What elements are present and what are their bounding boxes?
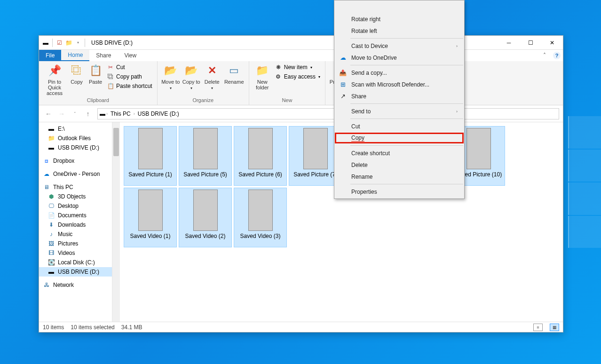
new-folder-button[interactable]: 📁New folder (252, 62, 273, 91)
minimize-button[interactable]: ─ (498, 36, 520, 50)
nav-item-onedrive[interactable]: ☁OneDrive - Person (39, 169, 112, 179)
context-properties[interactable]: Properties (334, 186, 464, 198)
nav-item-3dobjects[interactable]: ⬢3D Objects (39, 192, 112, 201)
context-share[interactable]: ↗Share (334, 90, 464, 102)
icons-view-button[interactable]: ▦ (550, 324, 559, 331)
tab-share[interactable]: Share (89, 50, 118, 61)
breadcrumb-segment[interactable]: This PC (109, 111, 133, 117)
up-button[interactable]: ↑ (82, 108, 94, 119)
file-item[interactable]: Saved Picture (5) (179, 126, 232, 186)
nav-item-pictures[interactable]: 🖼Pictures (39, 239, 112, 248)
rename-button[interactable]: ▭Rename (222, 62, 246, 86)
move-icon: 📂 (163, 63, 178, 78)
file-name: Saved Picture (7) (293, 171, 337, 178)
group-label: Clipboard (42, 97, 154, 104)
collapse-ribbon-button[interactable]: ˄ (538, 50, 551, 61)
new-item-button[interactable]: ❋New item ▾ (273, 63, 322, 71)
nav-item-outlook[interactable]: 📁Outlook Files (39, 134, 112, 143)
videos-icon: 🎞 (47, 250, 55, 256)
thumbnail (138, 128, 163, 169)
file-item[interactable]: Saved Picture (1) (124, 126, 177, 186)
context-delete[interactable]: Delete (334, 159, 464, 171)
navigation-pane[interactable]: ▬E:\ 📁Outlook Files ▬USB DRIVE (D:) ⧈Dro… (39, 122, 112, 322)
3d-icon: ⬢ (47, 193, 55, 200)
check-icon[interactable]: ☑ (55, 39, 63, 47)
drive-icon: ▬ (47, 144, 55, 151)
folder-icon: 📁 (47, 135, 55, 142)
copy-path-icon: ⿻ (107, 73, 114, 80)
context-rename[interactable]: Rename (334, 171, 464, 182)
nav-item-dropbox[interactable]: ⧈Dropbox (39, 156, 112, 166)
breadcrumb-segment[interactable]: USB DRIVE (D:) (136, 111, 181, 117)
nav-scrollbar[interactable] (112, 122, 120, 322)
context-print[interactable]: Print (334, 1, 464, 13)
thumbnail (303, 128, 328, 169)
nav-item-network[interactable]: 🖧Network (39, 280, 112, 290)
window-controls: ─ ☐ ✕ (498, 36, 563, 50)
easy-access-icon: ⚙ (275, 73, 282, 80)
folder-icon[interactable]: 📁 (65, 39, 72, 47)
explorer-window: ▬ ☑ 📁 ▾ USB DRIVE (D:) ─ ☐ ✕ File Home S… (39, 35, 563, 332)
context-create-shortcut[interactable]: Create shortcut (334, 147, 464, 159)
send-icon: 📤 (339, 69, 347, 77)
paste-shortcut-button[interactable]: 📋Paste shortcut (105, 82, 154, 90)
nav-item-thispc[interactable]: 🖥This PC (39, 182, 112, 192)
context-send-copy[interactable]: 📤Send a copy... (334, 67, 464, 79)
file-item[interactable]: Saved Video (1) (124, 188, 177, 247)
copy-path-button[interactable]: ⿻Copy path (105, 72, 154, 81)
scrollbar-thumb[interactable] (113, 128, 119, 156)
thumbnail (193, 190, 218, 231)
close-button[interactable]: ✕ (541, 36, 563, 50)
file-item[interactable]: Saved Picture (6) (234, 126, 287, 186)
forward-button[interactable]: → (56, 108, 67, 119)
cut-button[interactable]: ✂Cut (105, 63, 154, 71)
help-button[interactable]: ? (551, 50, 563, 61)
tab-home[interactable]: Home (61, 50, 89, 61)
file-item[interactable]: Saved Video (2) (179, 188, 232, 247)
details-view-button[interactable]: ≡ (533, 324, 543, 331)
paste-icon: 📋 (88, 63, 103, 78)
pin-to-quick-access-button[interactable]: 📌Pin to Quick access (42, 62, 67, 97)
dropdown-icon[interactable]: ▾ (74, 39, 82, 47)
thumbnail (193, 128, 218, 169)
nav-item-documents[interactable]: 📄Documents (39, 211, 112, 220)
nav-item-e[interactable]: ▬E:\ (39, 124, 112, 134)
title-bar: ▬ ☑ 📁 ▾ USB DRIVE (D:) ─ ☐ ✕ (39, 36, 563, 50)
dropbox-icon: ⧈ (43, 158, 50, 164)
onedrive-icon: ☁ (43, 171, 50, 177)
maximize-button[interactable]: ☐ (520, 36, 541, 50)
chevron-right-icon: › (456, 109, 458, 114)
nav-item-videos[interactable]: 🎞Videos (39, 248, 112, 258)
context-send-to[interactable]: Send to› (334, 105, 464, 117)
recent-button[interactable]: ˅ (69, 108, 80, 119)
copy-to-button[interactable]: 📂Copy to▾ (181, 62, 202, 92)
delete-icon: ✕ (205, 63, 220, 78)
context-move-onedrive[interactable]: ☁Move to OneDrive (334, 52, 464, 63)
nav-item-downloads[interactable]: ⬇Downloads (39, 220, 112, 229)
nav-item-usb[interactable]: ▬USB DRIVE (D:) (39, 143, 112, 152)
ribbon-toolbar: 📌Pin to Quick access ⿻Copy 📋Paste ✂Cut ⿻… (39, 61, 563, 105)
context-copy[interactable]: Copy (334, 132, 464, 144)
easy-access-button[interactable]: ⚙Easy access ▾ (273, 72, 322, 81)
context-cut[interactable]: Cut (334, 120, 464, 132)
nav-item-localdisk[interactable]: 💽Local Disk (C:) (39, 258, 112, 267)
context-rotate-right[interactable]: Rotate right (334, 13, 464, 25)
tab-view[interactable]: View (118, 50, 143, 61)
new-folder-icon: 📁 (255, 63, 270, 78)
nav-item-music[interactable]: ♪Music (39, 229, 112, 239)
move-to-button[interactable]: 📂Move to▾ (160, 62, 181, 92)
nav-item-usb2[interactable]: ▬USB DRIVE (D:) (39, 267, 112, 277)
file-item[interactable]: Saved Video (3) (234, 188, 287, 247)
copy-button[interactable]: ⿻Copy (67, 62, 86, 86)
context-cast[interactable]: Cast to Device› (334, 40, 464, 52)
nav-item-desktop[interactable]: 🖵Desktop (39, 201, 112, 211)
delete-button[interactable]: ✕Delete▾ (202, 62, 222, 92)
paste-button[interactable]: 📋Paste (86, 62, 105, 86)
tab-file[interactable]: File (39, 50, 61, 61)
context-scan[interactable]: ⊞Scan with Microsoft Defender... (334, 79, 464, 90)
menu-separator (350, 145, 463, 146)
back-button[interactable]: ← (43, 108, 54, 119)
context-rotate-left[interactable]: Rotate left (334, 25, 464, 37)
menu-separator (350, 38, 463, 39)
disk-icon: 💽 (47, 259, 55, 266)
